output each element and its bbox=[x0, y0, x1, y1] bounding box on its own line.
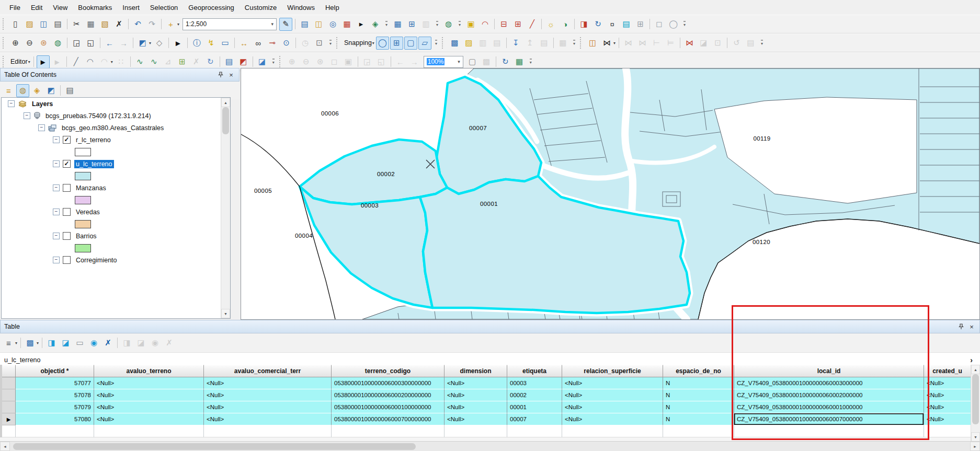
toolbar-overflow-icon[interactable]: ▾ bbox=[436, 21, 438, 27]
tree-node-connection[interactable]: − bcgs_pruebas.75409 (172.31.9.214) bbox=[2, 110, 230, 122]
close-icon[interactable]: × bbox=[967, 322, 976, 331]
tree-node-dataset[interactable]: − bcgs_geo.m380.Areas_Catastrales bbox=[2, 122, 230, 134]
editor-toggle-icon[interactable]: ✎ bbox=[279, 18, 292, 31]
undo-gray-icon[interactable]: ↺ bbox=[730, 37, 743, 50]
row-selector[interactable] bbox=[2, 401, 16, 413]
identify-icon[interactable]: ⓘ bbox=[190, 37, 203, 50]
table-cell[interactable]: 05380000100000006000100000000 bbox=[332, 401, 445, 413]
tree-node-layer[interactable]: − Veredas bbox=[2, 206, 230, 218]
table-cell[interactable]: <Null> bbox=[445, 389, 507, 401]
attributes-window-icon[interactable]: ▤ bbox=[223, 55, 236, 68]
table-scrollbar[interactable]: ▲ ▼ bbox=[971, 365, 980, 442]
layer-checkbox-unchecked[interactable] bbox=[63, 208, 71, 216]
zoom-in-icon[interactable]: ⊕ bbox=[9, 37, 22, 50]
search-window-icon[interactable]: ◎ bbox=[326, 18, 339, 31]
parcel-explorer-icon[interactable]: ◪ bbox=[697, 37, 710, 50]
tree-label[interactable]: Layers bbox=[30, 100, 54, 108]
zoom-out-icon[interactable]: ⊖ bbox=[23, 37, 36, 50]
modify-sketch-icon[interactable]: ∿ bbox=[147, 55, 161, 68]
toolbar-grip[interactable] bbox=[3, 18, 6, 30]
split-tool-icon[interactable]: ✗ bbox=[190, 55, 203, 68]
column-header[interactable]: espacio_de_no bbox=[663, 365, 734, 377]
toolbar-grip[interactable] bbox=[3, 56, 6, 67]
table-row[interactable]: 57077<Null><Null>05380000100000006000300… bbox=[0, 377, 971, 389]
parcel-cabinet-icon[interactable]: ◫ bbox=[586, 37, 599, 50]
layer-checkbox-unchecked[interactable] bbox=[63, 256, 71, 264]
row-selector[interactable] bbox=[2, 377, 16, 389]
layer-label[interactable]: Barrios bbox=[74, 232, 98, 240]
table-row[interactable]: 57078<Null><Null>05380000100000006000200… bbox=[0, 389, 971, 401]
layer-label[interactable]: r_lc_terreno bbox=[74, 136, 112, 144]
layout-zoom-in-icon[interactable]: ⊕ bbox=[286, 55, 299, 68]
collapse-icon[interactable]: − bbox=[38, 124, 45, 131]
pan-icon[interactable]: ⊛ bbox=[37, 37, 50, 50]
chevron-down-icon[interactable]: ▾ bbox=[454, 59, 460, 64]
layer-checkbox-unchecked[interactable] bbox=[63, 232, 71, 240]
layer-swatch[interactable] bbox=[75, 148, 91, 156]
geodatabase-editor-icon[interactable]: ▩ bbox=[448, 37, 461, 50]
layout-zoom-out-icon[interactable]: ⊖ bbox=[300, 55, 313, 68]
toolbar-overflow-icon[interactable]: ▾ bbox=[329, 40, 332, 46]
toolbar-grip[interactable] bbox=[3, 37, 6, 49]
table-tab-label[interactable]: u_lc_terreno bbox=[4, 356, 41, 364]
edit-tool-icon[interactable]: ► bbox=[37, 55, 50, 68]
paste-selected-disabled-icon[interactable]: ◪ bbox=[134, 337, 147, 350]
layout-full-page-icon[interactable]: ◻ bbox=[328, 55, 341, 68]
snap-end-icon[interactable]: ⊞ bbox=[390, 37, 403, 50]
snap-point-icon[interactable]: ◯ bbox=[376, 37, 389, 50]
trace-outline-icon[interactable]: ◻ bbox=[653, 18, 666, 31]
toolbar-overflow-icon[interactable]: ▾ bbox=[683, 21, 686, 27]
catalog-window-icon[interactable]: ◫ bbox=[312, 18, 325, 31]
toggle-draft-mode-icon[interactable]: ▢ bbox=[466, 55, 479, 68]
layer-label-selected[interactable]: u_lc_terreno bbox=[74, 160, 114, 168]
snapping-menu[interactable]: Snapping bbox=[342, 39, 373, 47]
measure-icon[interactable]: ↔ bbox=[237, 37, 250, 50]
find-route-icon[interactable]: ⊸ bbox=[266, 37, 279, 50]
toc-scrollbar[interactable]: ▲ ▼ bbox=[221, 98, 230, 318]
column-header[interactable]: terreno_codigo bbox=[332, 365, 445, 377]
python-window-icon[interactable]: ▸ bbox=[355, 18, 368, 31]
table-cell[interactable]: <Null> bbox=[94, 389, 204, 401]
related-tables-icon[interactable]: ▩ bbox=[24, 337, 37, 350]
collapse-icon[interactable]: − bbox=[53, 184, 60, 191]
menu-insert[interactable]: Insert bbox=[117, 1, 145, 14]
zoom-disabled-icon[interactable]: ◉ bbox=[149, 337, 162, 350]
refresh-view-icon[interactable]: ↻ bbox=[499, 55, 512, 68]
toolbar-grip[interactable] bbox=[442, 37, 445, 49]
editor-menu[interactable]: Editor bbox=[8, 58, 29, 65]
table-cell[interactable]: 57077 bbox=[16, 377, 94, 389]
table-of-contents-window-icon[interactable]: ▤ bbox=[298, 18, 311, 31]
viewer-window-icon[interactable]: ⊡ bbox=[313, 37, 326, 50]
highlight-selected-icon[interactable]: ◨ bbox=[45, 337, 58, 350]
version-changes-icon[interactable]: ▥ bbox=[476, 37, 489, 50]
delete-selected-icon[interactable]: ✗ bbox=[101, 337, 115, 350]
collapse-icon[interactable]: − bbox=[53, 160, 60, 167]
toolbar-overflow-icon[interactable]: ▾ bbox=[573, 40, 575, 46]
tree-node-layer[interactable]: − Barrios bbox=[2, 230, 230, 242]
tree-label[interactable]: bcgs_pruebas.75409 (172.31.9.214) bbox=[44, 112, 153, 120]
toc-options-icon[interactable]: ▤ bbox=[63, 84, 76, 97]
full-extent-icon[interactable]: ◍ bbox=[51, 37, 64, 50]
print-preview-icon[interactable]: ▦ bbox=[556, 37, 569, 50]
create-features-window-icon[interactable]: ◪ bbox=[256, 55, 269, 68]
edit-annotation-icon[interactable]: ► bbox=[51, 55, 64, 68]
table-cell[interactable]: 00007 bbox=[507, 413, 562, 425]
table-cell[interactable]: N bbox=[663, 377, 734, 389]
map-canvas[interactable]: 0000600007000020000500003000010000400119… bbox=[241, 68, 980, 320]
collapse-icon[interactable]: − bbox=[53, 233, 60, 239]
scale-combo[interactable]: 1:2,500 ▾ bbox=[183, 18, 277, 30]
fixed-zoom-in-icon[interactable]: ◲ bbox=[70, 37, 83, 50]
parcel-division-icon[interactable]: ⋈ bbox=[636, 37, 649, 50]
layer-checkbox-checked[interactable]: ✓ bbox=[63, 136, 71, 144]
parcel-traverse-icon[interactable]: ⊢ bbox=[650, 37, 663, 50]
smooth-outline-icon[interactable]: ◯ bbox=[667, 18, 680, 31]
refresh-links-icon[interactable]: ↻ bbox=[591, 18, 605, 31]
row-selector-header[interactable] bbox=[2, 365, 16, 377]
snap-edge-icon[interactable]: ▱ bbox=[418, 37, 431, 50]
time-slider-icon[interactable]: ◷ bbox=[299, 37, 312, 50]
layer-label[interactable]: Veredas bbox=[74, 208, 101, 216]
row-selector[interactable]: ▶ bbox=[2, 413, 16, 425]
column-header[interactable]: created_u bbox=[924, 365, 971, 377]
table-cell[interactable]: <Null> bbox=[924, 401, 971, 413]
share-globe-icon[interactable]: ◍ bbox=[442, 18, 455, 31]
